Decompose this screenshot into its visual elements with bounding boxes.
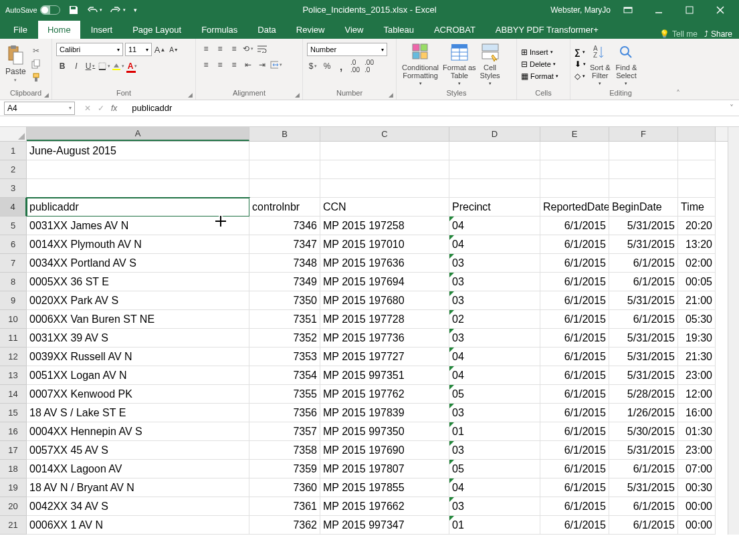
cell[interactable]: 7349 [249,273,320,291]
clipboard-launcher[interactable]: ◢ [44,92,49,98]
increase-decimal-icon[interactable]: .0.00 [349,60,361,72]
cell[interactable]: 7347 [249,235,320,254]
copy-icon[interactable] [30,58,42,70]
column-header-B[interactable]: B [249,127,320,141]
cell[interactable]: 1/26/2015 [609,404,678,422]
ribbon-options-icon[interactable] [615,0,641,19]
cell[interactable]: 04 [449,478,540,497]
row-header[interactable]: 8 [0,273,27,291]
row-header[interactable]: 17 [0,441,27,460]
column-header-D[interactable]: D [449,127,540,141]
cell[interactable]: 6/1/2015 [540,273,609,291]
cell[interactable]: MP 2015 997351 [320,366,449,385]
row-header[interactable]: 16 [0,422,27,441]
cell[interactable]: 01 [449,422,540,441]
vertical-scrollbar[interactable] [728,127,739,535]
worksheet[interactable]: A B C D E F 1June-August 2015234publicad… [0,127,739,535]
format-as-table-button[interactable]: Format as Table▾ [441,41,478,88]
cell[interactable]: 7359 [249,460,320,478]
row-header[interactable]: 12 [0,347,27,366]
cell[interactable]: 16:00 [678,404,716,422]
tab-pagelayout[interactable]: Page Layout [123,21,191,39]
row-header[interactable]: 1 [0,142,27,160]
cell[interactable]: MP 2015 197728 [320,310,449,329]
cell[interactable]: 6/1/2015 [540,404,609,422]
tab-insert[interactable]: Insert [82,21,122,39]
row-header[interactable]: 20 [0,497,27,516]
cell[interactable]: MP 2015 197636 [320,254,449,273]
cell[interactable]: 04 [449,217,540,235]
cell[interactable] [540,160,609,179]
cell[interactable]: MP 2015 997347 [320,516,449,535]
cell[interactable]: 0020XX Park AV S [27,291,249,310]
cell[interactable]: 23:00 [678,441,716,460]
cell[interactable]: 6/1/2015 [540,516,609,535]
row-header[interactable]: 3 [0,179,27,198]
redo-button[interactable]: ▾ [110,6,126,14]
tab-view[interactable]: View [335,21,373,39]
cell[interactable]: 03 [449,254,540,273]
cell[interactable]: 05 [449,385,540,404]
cell[interactable] [609,142,678,160]
cell[interactable]: 0039XX Russell AV N [27,347,249,366]
cell[interactable]: MP 2015 197736 [320,329,449,347]
align-right-icon[interactable]: ≡ [228,59,240,71]
row-header[interactable]: 21 [0,516,27,535]
cell[interactable]: MP 2015 197762 [320,385,449,404]
cell[interactable] [320,179,449,198]
tell-me[interactable]: 💡Tell me [659,29,698,39]
number-format-select[interactable]: Number▾ [307,43,387,56]
cell[interactable] [249,160,320,179]
cell[interactable]: 6/1/2015 [540,235,609,254]
cell[interactable]: 0014XX Plymouth AV N [27,235,249,254]
cell[interactable]: MP 2015 197839 [320,404,449,422]
row-header[interactable]: 15 [0,404,27,422]
cell[interactable]: 03 [449,329,540,347]
column-header-F[interactable]: F [609,127,678,141]
cell[interactable]: MP 2015 197694 [320,273,449,291]
cell[interactable]: 12:00 [678,385,716,404]
cell[interactable]: BeginDate [609,198,678,217]
cell[interactable]: 6/1/2015 [540,422,609,441]
maximize-button[interactable] [676,0,703,19]
name-box[interactable]: A4▾ [4,102,75,115]
find-select-button[interactable]: Find & Select▾ [615,41,639,88]
row-header[interactable]: 7 [0,254,27,273]
cell[interactable]: 7354 [249,366,320,385]
column-header-E[interactable]: E [540,127,609,141]
cell[interactable]: 04 [449,366,540,385]
cell[interactable] [27,179,249,198]
tab-tableau[interactable]: Tableau [374,21,423,39]
cell[interactable]: 0006XX 1 AV N [27,516,249,535]
comma-format-icon[interactable]: , [335,60,347,72]
cell[interactable]: MP 2015 197662 [320,497,449,516]
undo-button[interactable]: ▾ [87,6,102,14]
insert-cells-button[interactable]: ⊞Insert▾ [521,47,558,57]
cell[interactable]: 7353 [249,347,320,366]
accounting-format-icon[interactable]: $ [307,60,319,72]
autosum-button[interactable]: ∑▾ [574,47,586,57]
format-cells-button[interactable]: ▦Format▾ [521,72,558,81]
cell[interactable] [449,160,540,179]
cell[interactable] [540,179,609,198]
cell[interactable]: 5/31/2015 [609,329,678,347]
cell[interactable]: 0034XX Portland AV S [27,254,249,273]
cell[interactable]: 07:00 [678,460,716,478]
align-center-icon[interactable]: ≡ [214,59,226,71]
font-launcher[interactable]: ◢ [188,92,193,98]
cell[interactable]: 7352 [249,329,320,347]
cell[interactable] [320,142,449,160]
cell[interactable]: 0031XX James AV N [27,217,249,235]
cell[interactable]: 5/31/2015 [609,347,678,366]
enter-formula-icon[interactable]: ✓ [98,104,104,113]
cell[interactable]: 6/1/2015 [540,366,609,385]
qat-customise[interactable]: ▾ [134,7,137,13]
cell[interactable]: 00:00 [678,497,716,516]
cell[interactable]: 0006XX Van Buren ST NE [27,310,249,329]
cell[interactable]: 20:20 [678,217,716,235]
row-header[interactable]: 11 [0,329,27,347]
cell[interactable]: 7355 [249,385,320,404]
cell[interactable]: MP 2015 197680 [320,291,449,310]
delete-cells-button[interactable]: ⊟Delete▾ [521,59,558,69]
cell[interactable]: 6/1/2015 [540,385,609,404]
